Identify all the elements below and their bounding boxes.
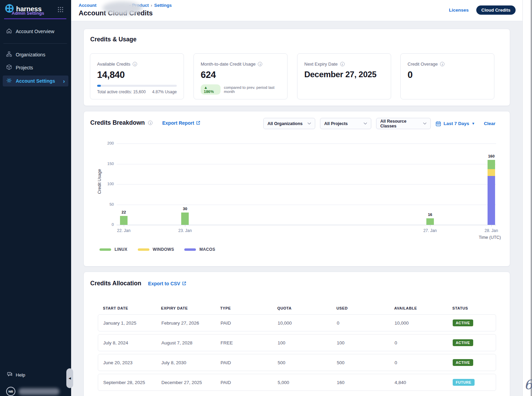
breadcrumb-account-link[interactable]: Account: [79, 3, 96, 8]
column-header: STATUS: [452, 306, 496, 310]
cell-available: 0: [395, 340, 453, 345]
info-icon[interactable]: i: [340, 62, 345, 66]
legend-item-macos[interactable]: MACOS: [184, 247, 215, 252]
help-button[interactable]: ? Help: [7, 371, 25, 378]
org-chart-icon: [6, 51, 12, 58]
info-icon[interactable]: i: [148, 121, 152, 125]
scrollbar-track[interactable]: [522, 0, 531, 396]
cell-start-date: January 1, 2025: [103, 320, 161, 326]
cell-type: PAID: [221, 380, 278, 385]
breadcrumb-settings-link[interactable]: Settings: [154, 3, 172, 8]
available-credits-value: 14,840: [97, 70, 177, 80]
sidebar-item-projects[interactable]: Projects: [3, 62, 68, 73]
cell-expiry-date: August 7, 2028: [161, 340, 221, 345]
bar-23-jan[interactable]: [181, 213, 189, 225]
x-axis-title: Time (UTC): [460, 235, 501, 240]
export-csv-link[interactable]: Export to CSV: [148, 281, 186, 286]
credits-progress-fill: [97, 85, 101, 87]
avatar[interactable]: NB: [6, 387, 15, 396]
sidebar-item-label: Organizations: [16, 52, 45, 57]
gridline: [117, 184, 496, 185]
cell-status: ACTIVE: [453, 339, 496, 346]
breadcrumb-separator: ›: [151, 3, 152, 8]
legend-item-linux[interactable]: LINUX: [99, 247, 128, 252]
projects-select-value: All Projects: [324, 121, 348, 126]
sidebar-item-organizations[interactable]: Organizations: [3, 49, 68, 60]
x-axis-line: [117, 225, 496, 225]
bar-segment-linux: [426, 218, 434, 225]
bar-total-label: 22: [117, 210, 131, 214]
sidebar-collapse-handle[interactable]: ◀: [66, 368, 73, 388]
x-tick-label: 23. Jan: [171, 228, 199, 233]
cell-used: 100: [337, 340, 395, 345]
cell-type: FREE: [221, 340, 278, 345]
credit-overage-card: Credit Overage i 0: [400, 53, 494, 99]
credits-allocation-card: Credits Allocation Export to CSV START D…: [83, 272, 510, 396]
help-label: Help: [16, 372, 25, 378]
table-row[interactable]: January 1, 2025February 27, 2026PAID10,0…: [98, 314, 496, 331]
status-badge: FUTURE: [453, 379, 475, 386]
chevron-right-icon: ›: [63, 78, 65, 84]
projects-select[interactable]: All Projects: [320, 118, 371, 129]
organizations-select[interactable]: All Organizations: [263, 118, 315, 129]
info-icon[interactable]: i: [258, 62, 262, 66]
cell-expiry-date: July 8, 2030: [161, 360, 221, 365]
cell-start-date: July 8, 2024: [103, 340, 161, 345]
window-edge: [531, 0, 532, 396]
help-chat-icon: ?: [7, 371, 13, 378]
info-icon[interactable]: i: [440, 62, 444, 66]
cell-available: 0: [395, 360, 453, 365]
export-report-link[interactable]: Export Report: [162, 120, 200, 126]
page-header: Account - Product › Settings Account Clo…: [71, 0, 532, 21]
cell-available: 10,000: [395, 320, 453, 326]
trend-badge: ▲ 186%: [201, 84, 221, 95]
bar-segment-linux: [488, 160, 495, 169]
clear-filters-link[interactable]: Clear: [484, 121, 495, 126]
column-header: START DATE: [103, 306, 161, 310]
cell-expiry-date: February 27, 2026: [161, 320, 221, 326]
column-header: AVAILABLE: [394, 306, 452, 310]
external-link-icon: [196, 121, 200, 125]
bar-total-label: 16: [423, 213, 437, 217]
x-tick-mark: [491, 225, 492, 227]
cell-used: 0: [337, 320, 395, 326]
gridline: [117, 144, 496, 144]
bar-28-jan[interactable]: [488, 160, 495, 225]
sidebar-item-label: Projects: [16, 65, 33, 70]
table-row[interactable]: July 8, 2024August 7, 2028FREE1001000ACT…: [98, 334, 496, 351]
bar-22-jan[interactable]: [120, 216, 128, 225]
cloud-credits-button[interactable]: Cloud Credits: [476, 5, 516, 15]
sidebar-item-label: Account Settings: [16, 78, 55, 84]
chart-legend: LINUXWINDOWSMACOS: [99, 247, 215, 252]
home-icon: [6, 28, 12, 35]
legend-label: MACOS: [199, 247, 215, 252]
column-header: QUOTA: [277, 306, 336, 310]
resource-classes-select[interactable]: All Resource Classes: [376, 118, 431, 129]
table-body: January 1, 2025February 27, 2026PAID10,0…: [98, 314, 496, 394]
external-link-icon: [182, 281, 186, 286]
date-range-value: Last 7 Days: [443, 121, 469, 126]
legend-item-windows[interactable]: WINDOWS: [138, 247, 174, 252]
legend-swatch: [184, 248, 196, 251]
app-grid-icon[interactable]: [57, 6, 64, 14]
bar-27-jan[interactable]: [426, 218, 434, 225]
app-window: harness Admin Settings Account Overview: [0, 0, 532, 396]
cell-expiry-date: December 27, 2025: [161, 380, 221, 385]
table-row[interactable]: June 20, 2023July 8, 2030PAID5005000ACTI…: [98, 354, 496, 371]
cell-start-date: June 20, 2023: [103, 360, 161, 365]
cell-status: FUTURE: [453, 379, 496, 386]
admin-settings-label: Admin Settings: [12, 11, 44, 16]
licenses-link[interactable]: Licenses: [449, 8, 469, 13]
cell-quota: 500: [278, 360, 337, 365]
credits-breakdown-chart: 0501001502002222. Jan3023. Jan1627. Jan1…: [117, 144, 496, 225]
date-range-filter[interactable]: Last 7 Days ▼: [436, 121, 475, 126]
calendar-icon: [436, 121, 441, 126]
info-icon[interactable]: i: [133, 62, 137, 66]
sidebar-item-account-overview[interactable]: Account Overview: [3, 26, 68, 37]
sidebar-item-account-settings[interactable]: Account Settings ›: [3, 76, 68, 86]
credits-usage-card: Credits & Usage Available Credits i 14,8…: [83, 29, 510, 106]
chevron-down-icon: [423, 122, 427, 125]
export-report-label: Export Report: [162, 120, 194, 126]
table-row[interactable]: September 28, 2025December 27, 2025PAID5…: [98, 374, 496, 391]
status-badge: ACTIVE: [453, 339, 473, 346]
